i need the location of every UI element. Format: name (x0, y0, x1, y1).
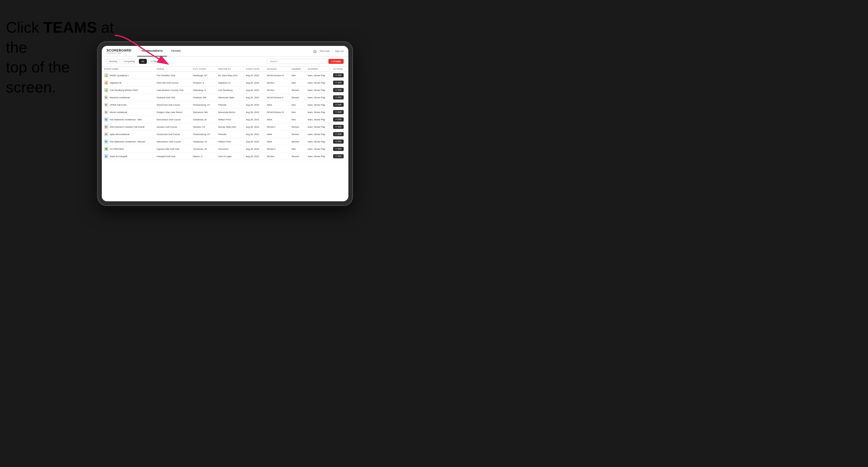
col-city-state: CITY, STATE (191, 66, 216, 72)
cell-start-date: Aug 28, 2023 (244, 94, 265, 101)
cell-event-name: 🌿 VU PREVIEW (102, 145, 154, 153)
cell-event-name: 🐦 upike fall invitational (102, 131, 154, 138)
table-row: 🐦 Maverick Invitational Faribault Golf C… (102, 94, 348, 101)
table-row: 🌿 VU PREVIEW Cypress Hills Golf Club Vin… (102, 145, 348, 153)
signout-link[interactable]: Sign out (335, 50, 344, 52)
cell-city-state: Newburgh, NY (191, 72, 216, 79)
tablet-frame: SCOREBOARD Powered by Clippit TOURNAMENT… (97, 41, 353, 206)
cell-start-date: Aug 26, 2023 (244, 87, 265, 94)
event-name-text: UPIKE Fall Invite (110, 103, 126, 106)
cell-venue: Kokopelli Golf Club (154, 153, 191, 160)
edit-button[interactable]: ✏ Edit (333, 88, 344, 92)
cell-division: NICAA I (265, 79, 289, 87)
cell-scoring: team, Stroke Play (305, 87, 331, 94)
cell-actions: ✏ Edit (331, 138, 348, 145)
cell-actions: ✏ Edit (331, 116, 348, 123)
cell-gender: Women (289, 94, 305, 101)
event-icon: 🐦 (104, 110, 108, 114)
table-row: ⛳ Highland 36 Park Hills Golf Course Fre… (102, 79, 348, 87)
cell-start-date: Aug 24, 2023 (244, 72, 265, 79)
create-button[interactable]: + Create (329, 59, 344, 64)
cell-start-date: Aug 28, 2023 (244, 153, 265, 160)
cell-division: NICAA I (265, 153, 289, 160)
cell-city-state: Galesburg, IL (191, 87, 216, 94)
user-name: Test User (320, 50, 330, 52)
event-name-text: 2023 Women's Hesston Fall Kickoff (110, 126, 145, 128)
cell-city-state: Oskaloosa, IA (191, 116, 216, 123)
table-header-row: EVENT NAME VENUE CITY, STATE HOSTED BY S… (102, 66, 348, 72)
edit-button[interactable]: ✏ Edit (333, 110, 344, 114)
col-actions: ACTIONS (331, 66, 348, 72)
cell-actions: ✏ Edit (331, 87, 348, 94)
cell-division: NICAA II (265, 123, 289, 131)
event-name-text: Klash at Kokopelli (110, 155, 127, 158)
cell-scoring: team, Stroke Play (305, 145, 331, 153)
cell-start-date: Aug 28, 2023 (244, 108, 265, 116)
cell-scoring: team, Stroke Play (305, 79, 331, 87)
edit-button[interactable]: ✏ Edit (333, 132, 344, 136)
edit-button[interactable]: ✏ Edit (333, 103, 344, 107)
cell-start-date: Aug 28, 2023 (244, 123, 265, 131)
cell-gender: Women (289, 131, 305, 138)
cell-city-state: Prestonsburg, KY (191, 131, 216, 138)
table-row: 🐦 Klash at Kokopelli Kokopelli Golf Club… (102, 153, 348, 160)
cell-city-state: Vincennes, IN (191, 145, 216, 153)
cell-venue: The Powelton Club (154, 72, 191, 79)
cell-gender: Women (289, 138, 305, 145)
edit-button[interactable]: ✏ Edit (333, 147, 344, 151)
cell-hosted-by: Mt. Saint Mary (NY) (216, 72, 244, 79)
search-input[interactable] (267, 59, 326, 64)
cell-actions: ✏ Edit (331, 101, 348, 108)
cell-city-state: Hesston, KS (191, 123, 216, 131)
cell-event-name: 🐦 Morris Invitational (102, 108, 154, 116)
cell-start-date: Aug 28, 2023 (244, 116, 265, 123)
col-scoring: SCORING (305, 66, 331, 72)
col-venue: VENUE (154, 66, 191, 72)
cell-actions: ✏ Edit (331, 108, 348, 116)
instruction-bold: TEAMS (43, 19, 97, 36)
event-icon: 🌿 (104, 147, 108, 151)
settings-icon[interactable]: ⚙ (313, 49, 317, 54)
cell-actions: ✏ Edit (331, 72, 348, 79)
edit-button[interactable]: ✏ Edit (333, 117, 344, 122)
tournaments-table: EVENT NAME VENUE CITY, STATE HOSTED BY S… (102, 66, 348, 160)
cell-event-name: 🐦 UPIKE Fall Invite (102, 101, 154, 108)
event-icon: 🐦 (104, 117, 108, 122)
edit-button[interactable]: ✏ Edit (333, 81, 344, 85)
cell-venue: StoneCrest Golf Course (154, 131, 191, 138)
col-start-date: START DATE (244, 66, 265, 72)
cell-start-date: Aug 28, 2023 (244, 138, 265, 145)
event-name-text: Fall Statesmen Invitational - Men (110, 118, 142, 121)
cell-gender: Women (289, 153, 305, 160)
cell-venue: Hesston Golf Course (154, 123, 191, 131)
event-icon: 🐦 (104, 132, 108, 136)
event-name-text: upike fall invitational (110, 133, 129, 136)
cell-city-state: Deerwood, MN (191, 108, 216, 116)
table-row: 🐦 Fall Statesmen Invitational - Men Edmu… (102, 116, 348, 123)
cell-hosted-by: John A Logan (216, 153, 244, 160)
edit-button[interactable]: ✏ Edit (333, 73, 344, 77)
cell-scoring: team, Stroke Play (305, 101, 331, 108)
cell-start-date: Aug 28, 2023 (244, 101, 265, 108)
cell-scoring: team, Stroke Play (305, 94, 331, 101)
cell-gender: Men (289, 108, 305, 116)
event-name-text: Morris Invitational (110, 111, 127, 114)
edit-button[interactable]: ✏ Edit (333, 95, 344, 99)
cell-gender: Men (289, 79, 305, 87)
cell-hosted-by: Carl Sandburg (216, 87, 244, 94)
cell-city-state: Oskaloosa, IA (191, 138, 216, 145)
cell-actions: ✏ Edit (331, 145, 348, 153)
table-row: 🐦 Morris Invitational Ruttger's Bay Lake… (102, 108, 348, 116)
cell-gender: Women (289, 87, 305, 94)
cell-actions: ✏ Edit (331, 79, 348, 87)
edit-button[interactable]: ✏ Edit (333, 125, 344, 129)
cell-scoring: team, Stroke Play (305, 116, 331, 123)
event-name-text: VU PREVIEW (110, 148, 124, 150)
cell-division: NAIA (265, 116, 289, 123)
header-right: ⚙ Test User | Sign out (313, 49, 344, 54)
cell-city-state: Freeport, IL (191, 79, 216, 87)
cell-city-state: Marion, IL (191, 153, 216, 160)
event-name-text: Fall Statesmen Invitational - Women (110, 141, 145, 143)
edit-button[interactable]: ✏ Edit (333, 154, 344, 158)
edit-button[interactable]: ✏ Edit (333, 139, 344, 144)
